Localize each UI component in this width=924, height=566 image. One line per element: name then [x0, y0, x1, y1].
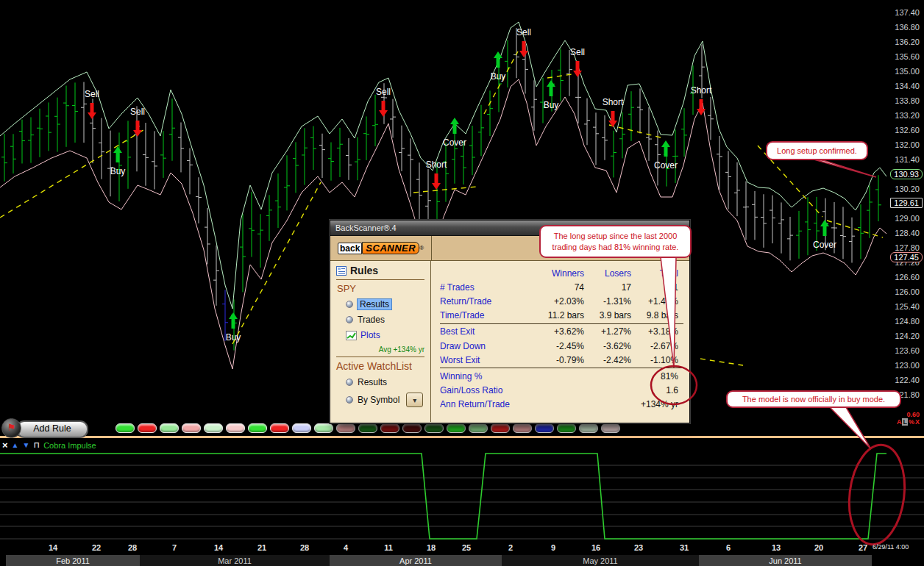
scale-button-L[interactable]: L: [902, 418, 908, 426]
cell-value: -1.10%: [631, 355, 678, 365]
by-symbol-dropdown-button[interactable]: ▾: [406, 393, 423, 407]
trade-marker-label: Short: [691, 85, 712, 96]
color-swatch[interactable]: [204, 423, 223, 433]
price-axis-label: 128.40: [881, 229, 920, 237]
plots-chart-icon: [346, 331, 357, 340]
color-swatch[interactable]: [314, 423, 333, 433]
date-tick-label: 9: [551, 543, 555, 552]
scale-button-%[interactable]: %: [909, 418, 914, 426]
cell-value: +3.62%: [537, 326, 584, 337]
close-indicator-icon[interactable]: ×: [2, 440, 8, 451]
price-box-red: 127.45: [890, 252, 923, 262]
plots-label: Plots: [360, 330, 380, 340]
radio-icon: [346, 316, 353, 323]
color-swatch[interactable]: [226, 423, 245, 433]
color-swatch[interactable]: [115, 423, 135, 433]
move-down-icon[interactable]: ▼: [23, 441, 30, 449]
buy-arrow-icon: [229, 312, 238, 329]
buy-arrow-icon: [820, 220, 829, 236]
move-up-icon[interactable]: ▲: [12, 441, 19, 449]
price-axis-label: 132.00: [881, 140, 920, 149]
row-label: Winning %: [440, 371, 537, 381]
dialog-title: BackScanner®.4: [335, 223, 397, 232]
table-group-divider: [440, 323, 683, 324]
cell-value: +1.27%: [584, 326, 631, 337]
pin-icon[interactable]: ⊓: [33, 440, 40, 450]
color-swatch[interactable]: [358, 423, 377, 433]
price-axis-label: 132.60: [881, 126, 920, 135]
price-axis-label: 137.40: [881, 8, 920, 17]
table-row: Return/Trade+2.03%-1.31%+1.40%: [440, 294, 683, 308]
sell-arrow-icon: [432, 173, 441, 190]
price-axis-label: 124.80: [881, 317, 920, 326]
by-symbol-label: By Symbol: [358, 395, 399, 405]
color-swatch[interactable]: [182, 423, 201, 433]
cell-value: -2.67%: [631, 341, 678, 351]
row-label: Ann Return/Trade: [440, 399, 537, 409]
color-swatch[interactable]: [513, 423, 532, 433]
date-tick-label: 25: [462, 543, 471, 552]
callout-winning-rate: The long setup since the last 2000 tradi…: [539, 225, 692, 258]
scale-area: 0.60 AL%X: [896, 411, 920, 426]
cell-value: -3.62%: [584, 341, 631, 351]
sell-arrow-icon: [379, 101, 388, 117]
sell-arrow-icon: [519, 41, 528, 57]
chevron-down-icon: ▾: [413, 396, 416, 404]
sidebar-item-plots[interactable]: Plots: [346, 330, 430, 340]
cell-value: 9.8 bars: [631, 310, 678, 320]
row-label: Return/Trade: [440, 296, 537, 307]
color-swatch[interactable]: [402, 423, 422, 433]
date-tick-label: 4: [344, 543, 349, 552]
color-swatch[interactable]: [557, 423, 576, 433]
price-axis-label: 123.60: [881, 346, 920, 355]
flag-icon: ⚑: [7, 422, 16, 433]
color-swatch[interactable]: [469, 423, 488, 433]
cell-value: -0.79%: [537, 355, 584, 365]
scale-button-X[interactable]: X: [915, 418, 920, 426]
column-header: Winners: [537, 268, 584, 279]
indicator-title[interactable]: Cobra Impulse: [43, 441, 96, 450]
cell-value: -2.45%: [537, 341, 584, 351]
table-row: Ann Return/Trade+134% yr: [440, 398, 683, 412]
table-row: # Trades741791: [440, 280, 683, 294]
month-band-label: Jun 2011: [769, 556, 801, 565]
color-swatch[interactable]: [447, 423, 466, 433]
divider: [336, 279, 424, 280]
trade-marker-label: Sell: [516, 27, 531, 37]
sidebar-item-by-symbol[interactable]: By Symbol ▾: [346, 393, 430, 407]
color-swatch[interactable]: [292, 423, 311, 433]
date-tick-label: 27: [859, 543, 867, 552]
date-tick-label: 14: [49, 543, 58, 552]
color-swatch[interactable]: [270, 423, 289, 433]
color-swatch[interactable]: [380, 423, 399, 433]
color-swatch[interactable]: [601, 423, 620, 433]
add-rule-button[interactable]: Add Rule: [16, 420, 88, 438]
table-row: Draw Down-2.45%-3.62%-2.67%: [440, 339, 683, 353]
row-label: Gain/Loss Ratio: [440, 385, 537, 395]
color-swatch[interactable]: [336, 423, 355, 433]
results-label: Results: [358, 299, 391, 309]
cell-value: 91: [631, 282, 678, 293]
sidebar-item-wl-results[interactable]: Results: [346, 377, 430, 387]
color-swatch[interactable]: [491, 423, 510, 433]
color-swatch[interactable]: [579, 423, 598, 433]
flag-button[interactable]: ⚑: [1, 418, 21, 438]
color-swatch[interactable]: [138, 423, 157, 433]
price-axis-label: 126.00: [881, 287, 920, 296]
sidebar-item-trades[interactable]: Trades: [346, 315, 430, 325]
price-axis-label: 126.60: [881, 273, 920, 282]
color-swatch[interactable]: [248, 423, 267, 433]
color-swatch[interactable]: [535, 423, 554, 433]
color-swatch[interactable]: [424, 423, 444, 433]
cell-value: 3.9 bars: [584, 310, 631, 320]
price-axis-label: 125.40: [881, 302, 920, 311]
price-axis-label: 133.80: [881, 96, 920, 105]
sidebar-item-results[interactable]: Results: [346, 299, 430, 309]
date-tick-label: 28: [300, 543, 309, 552]
trade-marker-label: Sell: [130, 107, 145, 117]
scale-button-A[interactable]: A: [897, 418, 902, 426]
color-swatch[interactable]: [160, 423, 179, 433]
backscanner-logo: backSCANNER®: [330, 236, 432, 260]
price-axis-label: 127.80: [881, 243, 920, 252]
price-box-white: 129.61: [890, 198, 923, 208]
